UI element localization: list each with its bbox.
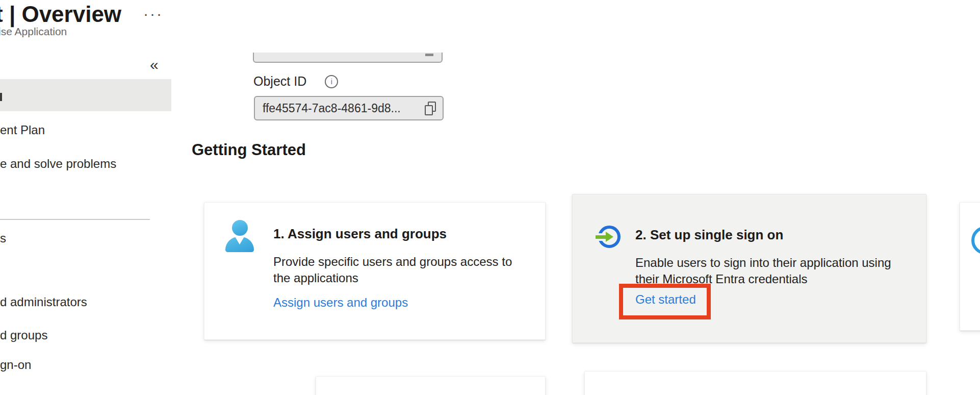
more-menu-icon[interactable]: ··· xyxy=(143,5,163,22)
sidebar-section-divider xyxy=(0,219,150,220)
card-body: Enable users to sign into their applicat… xyxy=(635,255,893,287)
card-title: 1. Assign users and groups xyxy=(273,225,531,242)
sidebar-item-deployment-plan[interactable]: ent Plan xyxy=(0,122,45,138)
card-title: 2. Set up single sign on xyxy=(635,226,893,243)
info-icon[interactable]: i xyxy=(325,75,338,88)
object-id-label: Object ID xyxy=(253,74,306,89)
card-body: Provide specific users and groups access… xyxy=(273,254,531,286)
sso-arrow-icon xyxy=(598,226,621,248)
card-assign-users-groups: 1. Assign users and groups Provide speci… xyxy=(204,202,546,340)
provisioning-icon-partial xyxy=(971,226,980,255)
sidebar-item-properties[interactable]: s xyxy=(0,231,6,246)
sidebar-item-roles-administrators[interactable]: d administrators xyxy=(0,294,87,310)
application-id-field-partial[interactable] xyxy=(253,53,447,63)
copy-icon[interactable] xyxy=(425,102,436,115)
sidebar-item-single-sign-on[interactable]: gn-on xyxy=(0,357,31,373)
person-icon xyxy=(225,220,254,253)
enterprise-app-overview-screen: t | Overview ··· ise Application « ent P… xyxy=(0,0,980,395)
get-started-link[interactable]: Get started xyxy=(635,292,696,307)
sidebar-item-overview-label-sliver xyxy=(0,93,2,101)
copy-icon-partial[interactable] xyxy=(425,54,433,56)
sidebar-collapse-icon[interactable]: « xyxy=(150,56,159,73)
card-partial-bottom-right xyxy=(584,371,926,395)
object-id-field[interactable]: ffe45574-7ac8-4861-9d8... xyxy=(254,96,444,120)
getting-started-heading: Getting Started xyxy=(192,141,306,159)
assign-users-groups-link[interactable]: Assign users and groups xyxy=(273,295,408,310)
page-subtitle: ise Application xyxy=(0,26,67,38)
object-id-value: ffe45574-7ac8-4861-9d8... xyxy=(255,102,425,115)
sidebar-item-diagnose-solve-problems[interactable]: e and solve problems xyxy=(0,156,116,171)
card-partial-bottom-left xyxy=(316,376,546,395)
card-set-up-sso: 2. Set up single sign on Enable users to… xyxy=(572,194,926,343)
card-partial-right xyxy=(960,202,980,331)
sidebar-item-overview-selected[interactable] xyxy=(0,79,171,111)
sidebar-item-users-groups[interactable]: d groups xyxy=(0,328,47,343)
page-title: t | Overview xyxy=(0,0,121,29)
application-id-field-box[interactable] xyxy=(253,53,443,63)
